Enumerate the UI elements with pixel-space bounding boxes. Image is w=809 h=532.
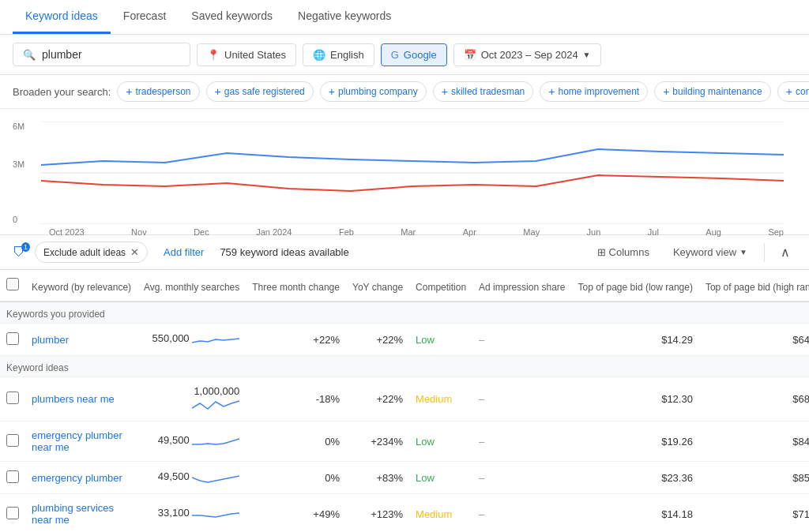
col-top-low: Top of page bid (low range) — [571, 270, 698, 302]
x-label: Nov — [131, 227, 147, 237]
keyword-cell[interactable]: emergency plumber — [32, 472, 122, 484]
x-label: Mar — [401, 227, 416, 237]
tab-saved-keywords[interactable]: Saved keywords — [179, 0, 285, 34]
ad-impression-cell: – — [472, 324, 571, 356]
language-filter[interactable]: 🌐 English — [303, 43, 374, 66]
section-header-ideas: Keyword ideas — [0, 356, 809, 377]
location-label: United States — [224, 49, 286, 61]
col-competition: Competition — [409, 270, 472, 302]
x-label: Sep — [768, 227, 784, 237]
yoy-cell: +83% — [346, 462, 409, 494]
yoy-cell: +123% — [346, 494, 409, 533]
three-month-cell: 0% — [246, 462, 346, 494]
broaden-tag-building[interactable]: + building maintenance — [654, 81, 771, 102]
date-range-label: Oct 2023 – Sep 2024 — [481, 49, 578, 61]
available-count: 759 keyword ideas available — [220, 246, 580, 258]
table-header-row: Keyword (by relevance) Avg. monthly sear… — [0, 270, 809, 302]
chart-area: 6M 3M 0 Oct 2023 Nov Dec Jan 2024 Feb Ma… — [0, 109, 809, 235]
chevron-down-icon: ▼ — [583, 51, 591, 59]
avg-cell: 33,100 — [137, 494, 246, 533]
broaden-tag-label: building maintenance — [672, 86, 762, 97]
plus-icon: + — [215, 85, 221, 98]
col-ad-impression: Ad impression share — [472, 270, 571, 302]
table-wrap: Keyword (by relevance) Avg. monthly sear… — [0, 270, 809, 532]
top-low-cell: $14.18 — [571, 494, 698, 533]
close-icon[interactable]: ✕ — [130, 246, 139, 258]
section-header-provided: Keywords you provided — [0, 302, 809, 324]
yoy-cell: +22% — [346, 377, 409, 421]
plus-icon: + — [786, 85, 792, 98]
broaden-tag-label: gas safe registered — [224, 86, 305, 97]
broaden-tag-label: construction — [796, 86, 809, 97]
x-label: Aug — [706, 227, 721, 237]
row-checkbox[interactable] — [6, 392, 19, 404]
broaden-tag-label: tradesperson — [135, 86, 190, 97]
broaden-tag-skilled[interactable]: + skilled tradesman — [433, 81, 534, 102]
chevron-down-icon: ▼ — [739, 248, 747, 257]
location-filter[interactable]: 📍 United States — [197, 43, 296, 66]
ad-impression-cell: – — [472, 377, 571, 421]
columns-label: Columns — [609, 246, 649, 258]
yoy-cell: +22% — [346, 324, 409, 356]
x-label: Feb — [339, 227, 354, 237]
y-label-0: 0 — [13, 215, 17, 224]
row-checkbox[interactable] — [6, 332, 19, 345]
y-label-6m: 6M — [13, 122, 24, 131]
competition-cell: Low — [409, 462, 472, 494]
top-low-cell: $14.29 — [571, 324, 698, 356]
collapse-button[interactable]: ∧ — [774, 242, 796, 263]
broaden-tag-plumbing[interactable]: + plumbing company — [320, 81, 427, 102]
broaden-tag-tradesperson[interactable]: + tradesperson — [117, 81, 199, 102]
broaden-tag-label: skilled tradesman — [451, 86, 525, 97]
search-input[interactable] — [42, 48, 180, 61]
top-low-cell: $12.30 — [571, 377, 698, 421]
table-row: plumbers near me 1,000,000 -18% +22% Med… — [0, 377, 809, 421]
keyword-cell[interactable]: emergency plumber near me — [32, 429, 122, 453]
trend-chart — [41, 122, 784, 224]
search-icon: 🔍 — [23, 49, 36, 61]
row-checkbox[interactable] — [6, 434, 19, 447]
col-avg: Avg. monthly searches — [137, 270, 246, 302]
tab-forecast[interactable]: Forecast — [111, 0, 179, 34]
broaden-tag-construction[interactable]: + construction — [777, 81, 809, 102]
columns-button[interactable]: ⊞ Columns — [590, 242, 657, 262]
x-label: May — [523, 227, 540, 237]
top-high-cell: $71.72 — [699, 494, 809, 533]
row-checkbox[interactable] — [6, 507, 19, 519]
language-icon: 🌐 — [313, 49, 325, 61]
col-yoy: YoY change — [346, 270, 409, 302]
x-label: Apr — [463, 227, 476, 237]
date-range-filter[interactable]: 📅 Oct 2023 – Sep 2024 ▼ — [453, 43, 601, 66]
x-label: Jul — [648, 227, 659, 237]
row-checkbox[interactable] — [6, 470, 19, 483]
x-label: Oct 2023 — [49, 227, 85, 237]
three-month-cell: -18% — [246, 377, 346, 421]
calendar-icon: 📅 — [464, 49, 476, 61]
keyword-cell[interactable]: plumber — [32, 334, 69, 346]
filters-row: 🔍 📍 United States 🌐 English G Google 📅 O… — [0, 35, 809, 75]
x-label: Jun — [587, 227, 601, 237]
exclude-adult-chip[interactable]: Exclude adult ideas ✕ — [35, 242, 148, 263]
table-row: emergency plumber near me 49,500 0% +234… — [0, 421, 809, 462]
tab-keyword-ideas[interactable]: Keyword ideas — [13, 0, 111, 34]
keyword-cell[interactable]: plumbing services near me — [32, 502, 114, 526]
ad-impression-cell: – — [472, 421, 571, 462]
top-high-cell: $85.47 — [699, 462, 809, 494]
three-month-cell: +22% — [246, 324, 346, 356]
tab-negative-keywords[interactable]: Negative keywords — [285, 0, 404, 34]
plus-icon: + — [442, 85, 448, 98]
platform-filter[interactable]: G Google — [381, 43, 447, 66]
x-label: Jan 2024 — [256, 227, 292, 237]
plus-icon: + — [329, 85, 335, 98]
three-month-cell: 0% — [246, 421, 346, 462]
top-low-cell: $23.36 — [571, 462, 698, 494]
search-box[interactable]: 🔍 — [13, 43, 190, 66]
broaden-tag-gas[interactable]: + gas safe registered — [206, 81, 314, 102]
keyword-view-label: Keyword view — [673, 246, 736, 258]
broaden-tag-home[interactable]: + home improvement — [540, 81, 648, 102]
keyword-view-button[interactable]: Keyword view ▼ — [666, 242, 754, 262]
add-filter-button[interactable]: Add filter — [157, 243, 210, 261]
keyword-cell[interactable]: plumbers near me — [32, 393, 115, 405]
select-all-checkbox[interactable] — [6, 278, 19, 290]
x-label: Dec — [194, 227, 209, 237]
